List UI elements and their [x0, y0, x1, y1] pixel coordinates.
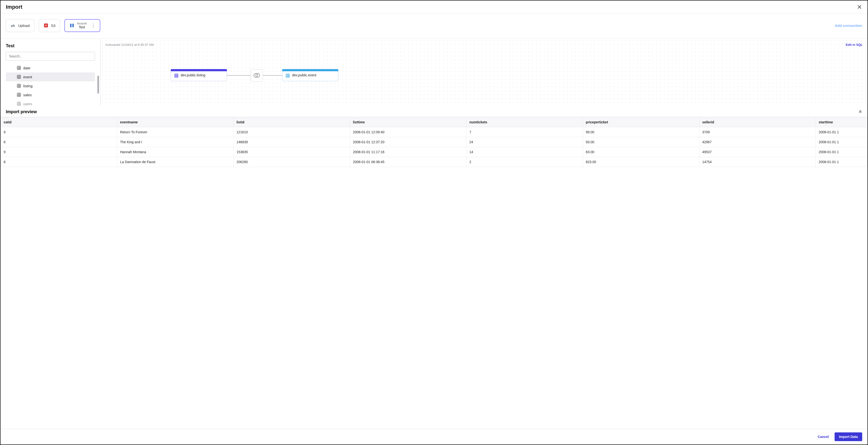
cell: 8	[1, 157, 117, 167]
svg-rect-5	[17, 102, 21, 106]
col-listtime[interactable]: listtime	[350, 117, 466, 127]
connection-title: Test	[6, 43, 95, 49]
col-numtickets[interactable]: numtickets	[466, 117, 583, 127]
col-listid[interactable]: listid	[234, 117, 350, 127]
cell: 2008-01-01 1	[816, 127, 868, 137]
table-node-listing[interactable]: dev.public.listing	[171, 69, 227, 81]
col-starttime[interactable]: starttime	[816, 117, 868, 127]
cell: 2008-01-01 11:17:16	[350, 147, 466, 157]
cell: Return To Forever	[117, 127, 234, 137]
table-icon	[17, 102, 21, 106]
col-sellerid[interactable]: sellerid	[699, 117, 816, 127]
cell: 63.00	[583, 147, 699, 157]
sidebar-table-date[interactable]: date	[6, 63, 95, 72]
cell: 9	[1, 127, 117, 137]
cell: 7	[466, 127, 583, 137]
preview-table-wrap[interactable]: catideventnamelistidlisttimenumticketspr…	[0, 117, 868, 429]
cell: 206280	[234, 157, 350, 167]
table-name-label: date	[23, 66, 30, 70]
source-bar: Upload S3 Redshift Test ⋮ Add connection	[0, 14, 868, 38]
col-catid[interactable]: catid	[1, 117, 117, 127]
close-button[interactable]: ✕	[857, 4, 862, 10]
join-node[interactable]	[251, 69, 263, 82]
cell: 42967	[699, 137, 816, 147]
page-title: Import	[6, 4, 22, 10]
cell: 9	[1, 147, 117, 157]
table-icon	[286, 74, 290, 78]
cell: 49537	[699, 147, 816, 157]
cell: 2008-01-01 12:37:20	[350, 137, 466, 147]
collapse-preview-button[interactable]	[858, 109, 862, 114]
svg-rect-2	[17, 75, 21, 79]
table-icon	[175, 74, 178, 78]
sidebar-scrollbar[interactable]	[97, 76, 99, 94]
svg-rect-6	[175, 74, 178, 77]
cloud-upload-icon	[10, 23, 16, 28]
preview-heading: Import preview	[6, 109, 37, 114]
autosave-text: Autosaved 11/18/21 at 8:30:37 AM	[105, 43, 154, 47]
upload-label: Upload	[18, 24, 30, 28]
cell: 2008-01-01 1	[816, 147, 868, 157]
s3-icon	[43, 23, 49, 28]
close-icon: ✕	[857, 3, 862, 11]
sidebar-table-users[interactable]: users	[6, 99, 95, 106]
col-priceperticket[interactable]: priceperticket	[583, 117, 699, 127]
cell: 823.00	[583, 157, 699, 167]
table-row: 9Hannah Montana1538352008-01-01 11:17:16…	[1, 147, 868, 157]
sidebar: Test dateeventlistingsalesusers	[0, 38, 100, 106]
cell: La Damnation de Faust	[117, 157, 234, 167]
cell: 14	[466, 147, 583, 157]
cell: 153835	[234, 147, 350, 157]
col-eventname[interactable]: eventname	[117, 117, 234, 127]
redshift-source-button[interactable]: Redshift Test ⋮	[64, 19, 100, 32]
node-label: dev.public.listing	[181, 73, 206, 77]
edit-in-sql-link[interactable]: Edit in SQL	[846, 43, 863, 47]
cell: 121610	[234, 127, 350, 137]
cell: 146839	[234, 137, 350, 147]
sidebar-table-listing[interactable]: listing	[6, 82, 95, 90]
import-data-button[interactable]: Import Data	[835, 433, 862, 441]
svg-rect-1	[17, 66, 21, 69]
s3-label: S3	[51, 24, 56, 28]
table-icon	[17, 93, 21, 97]
cell: 6	[1, 137, 117, 147]
cell: 2	[466, 157, 583, 167]
node-label: dev.public.event	[292, 73, 316, 77]
s3-source-button[interactable]: S3	[39, 19, 60, 32]
table-row: 8La Damnation de Faust2062802008-01-01 0…	[1, 157, 868, 167]
table-row: 9Return To Forever1216102008-01-01 12:09…	[1, 127, 868, 137]
svg-rect-3	[17, 84, 21, 88]
table-icon	[17, 84, 21, 88]
table-node-event[interactable]: dev.public.event	[282, 69, 338, 81]
table-icon	[17, 66, 21, 70]
svg-rect-4	[17, 93, 21, 96]
table-list: dateeventlistingsalesusers	[6, 63, 95, 106]
cell: 14754	[699, 157, 816, 167]
cell: 2008-01-01 06:38:45	[350, 157, 466, 167]
sidebar-table-sales[interactable]: sales	[6, 90, 95, 99]
cancel-button[interactable]: Cancel	[817, 435, 829, 439]
join-connector	[227, 75, 251, 76]
redshift-icon	[69, 23, 74, 28]
venn-join-icon	[253, 73, 260, 78]
search-input[interactable]	[6, 52, 95, 61]
cell: 2008-01-01 1	[816, 157, 868, 167]
preview-table: catideventnamelistidlisttimenumticketspr…	[0, 117, 868, 167]
table-name-label: listing	[23, 84, 32, 88]
cell: Hannah Montana	[117, 147, 234, 157]
svg-rect-9	[286, 74, 289, 77]
cell: 24	[466, 137, 583, 147]
upload-source-button[interactable]: Upload	[6, 19, 34, 32]
chevron-double-up-icon	[858, 109, 862, 113]
kebab-menu-icon[interactable]: ⋮	[89, 23, 95, 28]
sidebar-table-event[interactable]: event	[6, 72, 95, 82]
redshift-name-label: Test	[77, 25, 87, 29]
cell: The King and I	[117, 137, 234, 147]
query-canvas[interactable]: Autosaved 11/18/21 at 8:30:37 AM Edit in…	[100, 38, 868, 106]
add-connection-link[interactable]: Add connection	[835, 24, 862, 28]
cell: 3709	[699, 127, 816, 137]
redshift-type-label: Redshift	[77, 22, 87, 25]
table-name-label: event	[23, 75, 32, 79]
table-name-label: sales	[23, 93, 32, 97]
cell: 2008-01-01 1	[816, 137, 868, 147]
